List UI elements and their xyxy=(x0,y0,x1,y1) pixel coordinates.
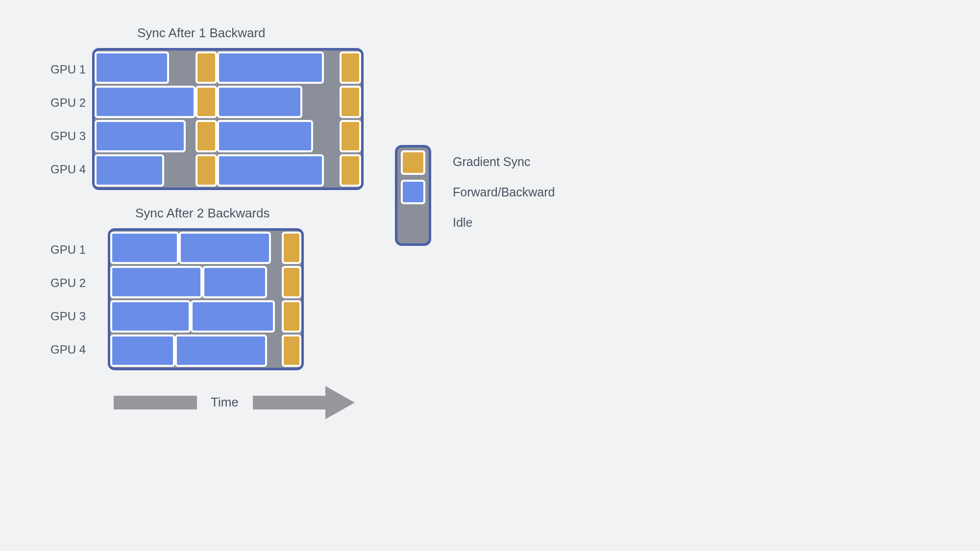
legend-swatch-sync xyxy=(401,150,425,175)
compute-block xyxy=(179,232,271,264)
gpu-label: GPU 2 xyxy=(47,276,86,290)
sync-block xyxy=(196,154,217,187)
gpu-label: GPU 4 xyxy=(47,343,86,357)
legend-label-idle: Idle xyxy=(453,216,472,230)
compute-block xyxy=(110,232,179,264)
sync-block xyxy=(282,335,301,367)
sync-block xyxy=(340,51,361,84)
legend-swatch-compute xyxy=(401,180,425,204)
sync-block xyxy=(196,86,217,118)
sync-block xyxy=(196,51,217,84)
compute-block xyxy=(202,266,267,298)
time-axis-label: Time xyxy=(211,395,239,410)
gpu-label: GPU 1 xyxy=(47,243,86,257)
legend-label-compute: Forward/Backward xyxy=(453,185,555,199)
gpu-label: GPU 1 xyxy=(47,63,86,76)
sync-block xyxy=(282,300,301,333)
sync-block xyxy=(282,232,301,264)
compute-block xyxy=(217,120,313,152)
compute-block xyxy=(95,86,196,118)
panel-title-bottom: Sync After 2 Backwards xyxy=(135,206,270,221)
time-axis-arrowhead-icon xyxy=(325,386,355,419)
gpu-label: GPU 3 xyxy=(47,310,86,323)
legend-frame xyxy=(395,145,431,246)
compute-block xyxy=(110,266,202,298)
timeline-frame-top xyxy=(92,48,364,190)
compute-block xyxy=(217,154,324,187)
time-axis-bar-right xyxy=(253,396,326,409)
gpu-label: GPU 3 xyxy=(47,129,86,143)
diagram-root: Sync After 1 Backward GPU 1 GPU 2 GPU 3 … xyxy=(0,0,980,551)
time-axis-bar-left xyxy=(114,396,197,409)
compute-block xyxy=(175,335,267,367)
compute-block xyxy=(95,51,169,84)
gpu-label: GPU 4 xyxy=(47,163,86,176)
timeline-frame-bottom xyxy=(108,228,304,370)
compute-block xyxy=(110,300,191,333)
compute-block xyxy=(95,154,164,187)
sync-block xyxy=(340,120,361,152)
compute-block xyxy=(95,120,186,152)
sync-block xyxy=(196,120,217,152)
gpu-label: GPU 2 xyxy=(47,96,86,110)
sync-block xyxy=(340,154,361,187)
panel-title-top: Sync After 1 Backward xyxy=(137,25,266,41)
compute-block xyxy=(217,86,302,118)
sync-block xyxy=(340,86,361,118)
legend-label-sync: Gradient Sync xyxy=(453,155,530,169)
compute-block xyxy=(191,300,275,333)
compute-block xyxy=(217,51,324,84)
sync-block xyxy=(282,266,301,298)
compute-block xyxy=(110,335,175,367)
